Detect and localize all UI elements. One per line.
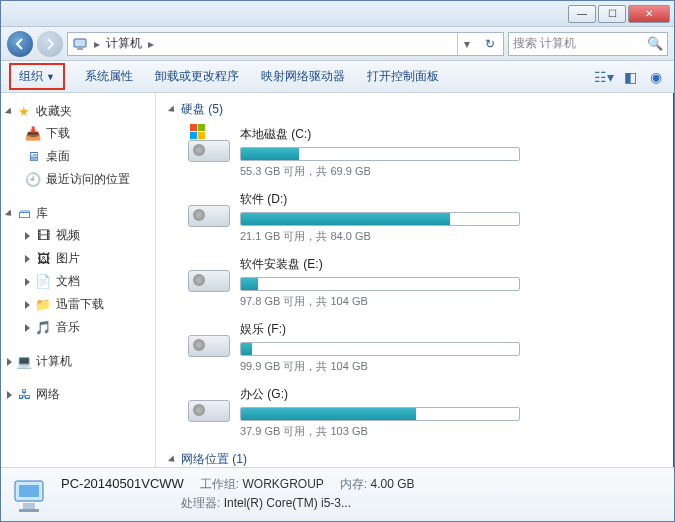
- body: ★ 收藏夹 📥 下载 🖥 桌面 🕘 最近访问的位置: [1, 93, 674, 467]
- drive-name: 本地磁盘 (C:): [240, 126, 520, 143]
- sidebar-item-pictures[interactable]: 🖼图片: [7, 247, 149, 270]
- sidebar-item-label: 网络: [36, 386, 60, 403]
- drive-name: 软件安装盘 (E:): [240, 256, 520, 273]
- pc-name: PC-20140501VCWW: [61, 476, 184, 491]
- sidebar-item-thunder[interactable]: 📁迅雷下载: [7, 293, 149, 316]
- breadcrumb-computer[interactable]: 计算机: [106, 35, 142, 52]
- drive-icon: [188, 256, 230, 292]
- sidebar-item-label: 视频: [56, 227, 80, 244]
- breadcrumb-sep: ▸: [94, 37, 100, 51]
- close-button[interactable]: ✕: [628, 5, 670, 23]
- drive-item[interactable]: 软件 (D:) 21.1 GB 可用，共 84.0 GB: [170, 191, 660, 244]
- sidebar-item-music[interactable]: 🎵音乐: [7, 316, 149, 339]
- expand-icon: [7, 391, 12, 399]
- usage-bar: [240, 342, 520, 356]
- sidebar-library[interactable]: 🗃 库: [7, 203, 149, 224]
- view-options-icon[interactable]: ☷▾: [594, 67, 614, 87]
- expand-icon: [25, 278, 30, 286]
- music-icon: 🎵: [35, 320, 51, 336]
- sidebar-item-label: 图片: [56, 250, 80, 267]
- drive-name: 软件 (D:): [240, 191, 520, 208]
- status-text: PC-20140501VCWW 工作组: WORKGROUP 内存: 4.00 …: [61, 476, 415, 514]
- drive-item[interactable]: 办公 (G:) 37.9 GB 可用，共 103 GB: [170, 386, 660, 439]
- svg-rect-0: [74, 39, 86, 47]
- toolbar-right: ☷▾ ◧ ◉: [594, 67, 666, 87]
- sidebar-item-label: 音乐: [56, 319, 80, 336]
- cpu-label: 处理器:: [181, 496, 220, 510]
- sidebar-item-label: 迅雷下载: [56, 296, 104, 313]
- section-network[interactable]: 网络位置 (1): [170, 451, 660, 467]
- drive-stat: 21.1 GB 可用，共 84.0 GB: [240, 229, 520, 244]
- computer-icon: [11, 475, 51, 515]
- section-disks[interactable]: 硬盘 (5): [170, 101, 660, 118]
- sidebar-item-label: 下载: [46, 125, 70, 142]
- back-button[interactable]: [7, 31, 33, 57]
- expand-icon: [25, 232, 30, 240]
- help-icon[interactable]: ◉: [646, 67, 666, 87]
- drive-icon: [188, 386, 230, 422]
- expand-icon: [168, 105, 177, 114]
- workgroup-value: WORKGROUP: [243, 477, 324, 491]
- drive-name: 办公 (G:): [240, 386, 520, 403]
- sidebar-item-label: 收藏夹: [36, 103, 72, 120]
- drive-info: 软件 (D:) 21.1 GB 可用，共 84.0 GB: [240, 191, 520, 244]
- maximize-button[interactable]: ☐: [598, 5, 626, 23]
- uninstall-button[interactable]: 卸载或更改程序: [153, 64, 241, 89]
- memory-label: 内存:: [340, 477, 367, 491]
- sidebar-item-label: 库: [36, 205, 48, 222]
- usage-bar: [240, 277, 520, 291]
- svg-rect-7: [19, 485, 39, 497]
- sidebar-favorites[interactable]: ★ 收藏夹: [7, 101, 149, 122]
- drive-item[interactable]: 娱乐 (F:) 99.9 GB 可用，共 104 GB: [170, 321, 660, 374]
- sidebar-network[interactable]: 🖧 网络: [7, 384, 149, 405]
- control-panel-button[interactable]: 打开控制面板: [365, 64, 441, 89]
- expand-icon: [25, 255, 30, 263]
- sidebar-item-desktop[interactable]: 🖥 桌面: [7, 145, 149, 168]
- sidebar-item-recent[interactable]: 🕘 最近访问的位置: [7, 168, 149, 191]
- drive-icon: [188, 126, 230, 162]
- drive-name: 娱乐 (F:): [240, 321, 520, 338]
- forward-button[interactable]: [37, 31, 63, 57]
- expand-icon: [25, 301, 30, 309]
- docs-icon: 📄: [35, 274, 51, 290]
- memory-value: 4.00 GB: [371, 477, 415, 491]
- refresh-button[interactable]: ↻: [481, 33, 499, 55]
- section-label: 硬盘 (5): [181, 101, 223, 118]
- titlebar: — ☐ ✕: [1, 1, 674, 27]
- usage-bar: [240, 212, 520, 226]
- svg-rect-3: [198, 124, 205, 131]
- system-properties-button[interactable]: 系统属性: [83, 64, 135, 89]
- address-bar[interactable]: ▸ 计算机 ▸ ▾ ↻: [67, 32, 504, 56]
- organize-button[interactable]: 组织 ▼: [9, 63, 65, 90]
- recent-icon: 🕘: [25, 172, 41, 188]
- folder-icon: 📁: [35, 297, 51, 313]
- expand-icon: [25, 324, 30, 332]
- drive-item[interactable]: 本地磁盘 (C:) 55.3 GB 可用，共 69.9 GB: [170, 126, 660, 179]
- section-label: 网络位置 (1): [181, 451, 247, 467]
- sidebar-item-label: 桌面: [46, 148, 70, 165]
- pictures-icon: 🖼: [35, 251, 51, 267]
- svg-rect-5: [198, 132, 205, 139]
- content-pane: 硬盘 (5) 本地磁盘 (C:) 55.3 GB 可用，共 69.9 GB 软件…: [156, 93, 674, 467]
- usage-bar: [240, 147, 520, 161]
- status-bar: PC-20140501VCWW 工作组: WORKGROUP 内存: 4.00 …: [1, 467, 674, 521]
- drive-stat: 55.3 GB 可用，共 69.9 GB: [240, 164, 520, 179]
- map-drive-button[interactable]: 映射网络驱动器: [259, 64, 347, 89]
- cpu-value: Intel(R) Core(TM) i5-3...: [224, 496, 351, 510]
- sidebar-item-video[interactable]: 🎞视频: [7, 224, 149, 247]
- address-dropdown[interactable]: ▾: [457, 33, 475, 55]
- preview-pane-icon[interactable]: ◧: [620, 67, 640, 87]
- search-input[interactable]: 搜索 计算机 🔍: [508, 32, 668, 56]
- drive-item[interactable]: 软件安装盘 (E:) 97.8 GB 可用，共 104 GB: [170, 256, 660, 309]
- search-icon: 🔍: [647, 36, 663, 52]
- computer-icon: [72, 36, 88, 52]
- minimize-button[interactable]: —: [568, 5, 596, 23]
- sidebar-computer[interactable]: 💻 计算机: [7, 351, 149, 372]
- sidebar-item-downloads[interactable]: 📥 下载: [7, 122, 149, 145]
- sidebar-item-docs[interactable]: 📄文档: [7, 270, 149, 293]
- usage-bar: [240, 407, 520, 421]
- svg-rect-4: [190, 132, 197, 139]
- computer-icon: 💻: [16, 354, 32, 370]
- video-icon: 🎞: [35, 228, 51, 244]
- expand-icon: [168, 455, 177, 464]
